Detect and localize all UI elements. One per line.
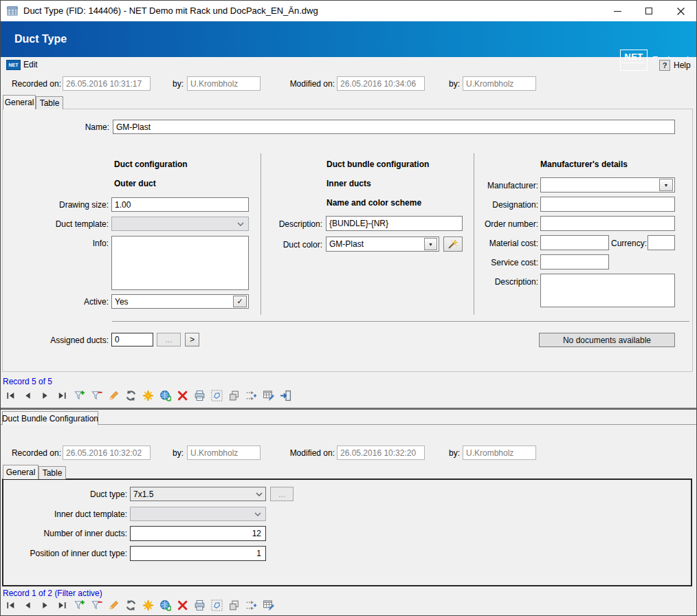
table-edit-icon[interactable]	[261, 388, 276, 403]
web-refresh-icon[interactable]	[158, 388, 173, 403]
maximize-button[interactable]	[633, 1, 665, 21]
zoom-selection-icon[interactable]	[210, 388, 224, 403]
assigned-ducts-expand-button[interactable]: >	[185, 333, 199, 346]
chevron-down-icon	[237, 222, 244, 226]
tab-general[interactable]: General	[3, 95, 36, 109]
delete-icon[interactable]	[175, 388, 190, 403]
filter-add-icon[interactable]	[72, 598, 87, 613]
assigned-ducts-label: Assigned ducts:	[19, 336, 109, 345]
inner-duct-template-label: Inner duct template:	[28, 509, 127, 519]
recorded-by-field[interactable]: U.Krombholz	[187, 76, 261, 91]
number-of-inner-ducts-label: Number of inner ducts:	[21, 529, 127, 538]
tab-general-bottom[interactable]: General	[3, 465, 38, 479]
minimize-button[interactable]	[601, 1, 633, 21]
modified-on-label: Modified on:	[280, 448, 335, 458]
duct-type-label: Duct type:	[42, 490, 127, 499]
copy-icon[interactable]	[227, 598, 241, 613]
duct-color-dropdown-button[interactable]: ▼	[424, 238, 437, 250]
active-field[interactable]: Yes	[111, 294, 249, 309]
modified-by-field[interactable]: U.Krombholz	[463, 446, 536, 460]
help-icon[interactable]: ?	[659, 60, 670, 71]
nav-first-icon[interactable]	[3, 388, 18, 403]
duct-template-combo[interactable]	[111, 217, 249, 231]
service-cost-field[interactable]	[540, 254, 609, 270]
modified-on-field[interactable]: 26.05.2016 10:34:06	[337, 76, 425, 91]
splitter-handle[interactable]	[1, 408, 696, 410]
recorded-on-field[interactable]: 26.05.2016 10:32:02	[63, 446, 151, 460]
duct-color-combo[interactable]: GM-Plast	[326, 236, 439, 252]
nav-last-icon[interactable]	[55, 598, 69, 613]
refresh-icon[interactable]	[124, 388, 138, 403]
color-wizard-button[interactable]	[443, 236, 463, 252]
edit-menu[interactable]: Edit	[23, 60, 38, 69]
recorded-by-field[interactable]: U.Krombholz	[187, 446, 261, 460]
column-divider	[261, 153, 261, 315]
nav-prev-icon[interactable]	[21, 388, 35, 403]
service-cost-label: Service cost:	[475, 258, 538, 267]
filter-add-icon[interactable]	[72, 388, 87, 403]
currency-field[interactable]	[648, 235, 675, 250]
duct-type-browse-button[interactable]: ...	[270, 487, 294, 501]
tab-table[interactable]: Table	[36, 96, 63, 109]
drawing-size-field[interactable]: 1.00	[111, 197, 249, 212]
record-status-top: Record 5 of 5	[3, 377, 52, 386]
outer-duct-heading: Outer duct	[114, 179, 156, 188]
designation-field[interactable]	[540, 197, 675, 212]
modified-by-field[interactable]: U.Krombholz	[463, 76, 536, 91]
delete-icon[interactable]	[175, 598, 190, 613]
inner-duct-template-combo[interactable]	[130, 507, 266, 521]
filter-remove-icon[interactable]	[89, 598, 104, 613]
nav-next-icon[interactable]	[38, 388, 52, 403]
new-record-icon[interactable]	[141, 598, 155, 613]
documents-button[interactable]: No documents available	[539, 333, 675, 347]
nav-last-icon[interactable]	[55, 388, 69, 403]
assign-icon[interactable]	[244, 598, 258, 613]
nav-next-icon[interactable]	[38, 598, 52, 613]
bundle-description-field[interactable]: {BUNDLE}-{NR}	[326, 216, 463, 231]
edit-pencil-icon[interactable]	[107, 388, 121, 403]
recorded-on-field[interactable]: 26.05.2016 10:31:17	[63, 76, 151, 91]
material-cost-field[interactable]	[540, 235, 609, 250]
manufacturer-combo[interactable]	[540, 177, 675, 192]
zoom-selection-icon[interactable]	[210, 598, 224, 613]
help-button[interactable]: Help	[674, 60, 691, 70]
print-icon[interactable]	[192, 388, 207, 403]
order-number-field[interactable]	[540, 216, 675, 231]
active-toggle-button[interactable]: ✓	[233, 296, 247, 307]
column-divider	[474, 153, 474, 315]
tab-duct-bundle-configuration[interactable]: Duct Bundle Configuration	[2, 411, 98, 425]
net-logo: NET	[620, 50, 648, 71]
chevron-down-icon	[254, 512, 261, 516]
mfr-description-textarea[interactable]	[540, 274, 675, 307]
duct-type-combo[interactable]: 7x1.5	[130, 487, 266, 501]
print-icon[interactable]	[192, 598, 207, 613]
assign-icon[interactable]	[244, 388, 258, 403]
web-refresh-icon[interactable]	[158, 598, 173, 613]
info-textarea[interactable]	[111, 236, 249, 290]
table-edit-icon[interactable]	[261, 598, 276, 613]
position-of-inner-duct-type-field[interactable]: 1	[130, 546, 266, 561]
exit-icon[interactable]	[278, 388, 293, 403]
name-field[interactable]: GM-Plast	[113, 120, 675, 134]
record-status-bottom: Record 1 of 2 (Filter active)	[3, 588, 102, 598]
assigned-ducts-field[interactable]: 0	[111, 333, 153, 346]
assigned-ducts-browse-button[interactable]: ...	[157, 333, 181, 346]
designation-label: Designation:	[475, 200, 538, 210]
position-of-inner-duct-type-label: Position of inner duct type:	[14, 549, 127, 558]
new-record-icon[interactable]	[141, 388, 155, 403]
modified-on-field[interactable]: 26.05.2016 10:32:20	[337, 446, 425, 460]
manufacturer-dropdown-button[interactable]: ▼	[659, 179, 673, 191]
drawing-size-label: Drawing size:	[19, 200, 109, 210]
close-icon	[677, 8, 685, 15]
tabstrip-line	[1, 424, 696, 425]
copy-icon[interactable]	[227, 388, 241, 403]
number-of-inner-ducts-field[interactable]: 12	[130, 526, 266, 541]
edit-pencil-icon[interactable]	[107, 598, 121, 613]
refresh-icon[interactable]	[124, 598, 138, 613]
nav-first-icon[interactable]	[3, 598, 18, 613]
filter-remove-icon[interactable]	[89, 388, 104, 403]
tab-table-bottom[interactable]: Table	[38, 466, 66, 479]
close-button[interactable]	[665, 1, 697, 21]
duct-type-value: 7x1.5	[133, 490, 153, 499]
nav-prev-icon[interactable]	[21, 598, 35, 613]
